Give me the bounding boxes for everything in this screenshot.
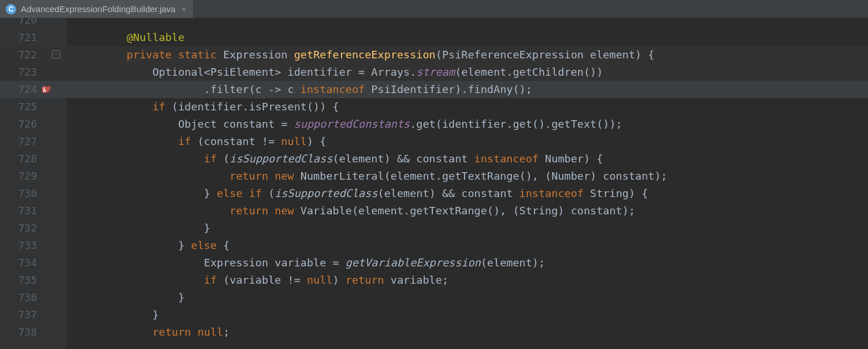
code-line[interactable]: if (identifier.isPresent()) { xyxy=(67,98,868,116)
line-number: 728 xyxy=(0,150,37,168)
code-line[interactable]: return null; xyxy=(67,324,868,341)
line-number: 735 xyxy=(0,272,37,289)
line-number: 723 xyxy=(0,64,37,81)
line-number: 725 xyxy=(0,98,37,116)
tab-filename: AdvancedExpressionFoldingBuilder.java xyxy=(21,1,176,18)
line-number: 720 xyxy=(0,12,37,29)
line-number: 721 xyxy=(0,29,37,46)
line-number: 722 xyxy=(0,46,37,64)
close-tab-icon[interactable]: × xyxy=(180,1,188,18)
code-line[interactable]: Object constant = supportedConstants.get… xyxy=(67,116,868,133)
line-number: 731 xyxy=(0,202,37,220)
code-line[interactable]: if (variable != null) return variable; xyxy=(67,272,868,289)
code-line[interactable] xyxy=(67,18,868,29)
code-line[interactable]: } else if (isSupportedClass(element) && … xyxy=(67,185,868,202)
gutter[interactable]: 720 721 722 − 723 724 725 726 727 728 72… xyxy=(0,18,62,349)
code-line[interactable]: if (constant != null) { xyxy=(67,133,868,150)
code-line[interactable]: Optional<PsiElement> identifier = Arrays… xyxy=(67,64,868,81)
method-name: getReferenceExpression xyxy=(294,49,436,61)
fold-toggle-icon[interactable]: − xyxy=(52,50,60,58)
line-number: 727 xyxy=(0,133,37,150)
line-number: 732 xyxy=(0,220,37,237)
annotation: @Nullable xyxy=(127,31,184,43)
code-line[interactable]: @Nullable xyxy=(67,29,868,46)
code-line[interactable]: } xyxy=(67,220,868,237)
lambda-marker-icon[interactable] xyxy=(42,84,52,95)
code-line[interactable]: } xyxy=(67,306,868,324)
line-number: 730 xyxy=(0,185,37,202)
line-number: 724 xyxy=(0,81,37,98)
code-line[interactable]: } else { xyxy=(67,237,868,254)
line-number: 736 xyxy=(0,289,37,306)
line-number: 738 xyxy=(0,324,37,341)
caret-stripe xyxy=(62,18,67,349)
code-line[interactable]: Expression variable = getVariableExpress… xyxy=(67,254,868,272)
line-number: 733 xyxy=(0,237,37,254)
line-number: 734 xyxy=(0,254,37,272)
code-line[interactable]: } xyxy=(67,289,868,306)
line-number: 729 xyxy=(0,168,37,185)
code-line[interactable]: .filter(c -> c instanceof PsiIdentifier)… xyxy=(67,81,868,98)
code-line[interactable]: return new Variable(element.getTextRange… xyxy=(67,202,868,220)
line-number: 737 xyxy=(0,306,37,324)
editor: 720 721 722 − 723 724 725 726 727 728 72… xyxy=(0,18,868,349)
line-number: 726 xyxy=(0,116,37,133)
code-line[interactable]: private static Expression getReferenceEx… xyxy=(67,46,868,64)
code-line[interactable]: if (isSupportedClass(element) && constan… xyxy=(67,150,868,168)
code-line[interactable]: return new NumberLiteral(element.getText… xyxy=(67,168,868,185)
svg-point-0 xyxy=(42,86,49,93)
tab-bar: C AdvancedExpressionFoldingBuilder.java … xyxy=(0,0,868,18)
code-area[interactable]: @Nullable private static Expression getR… xyxy=(67,18,868,349)
